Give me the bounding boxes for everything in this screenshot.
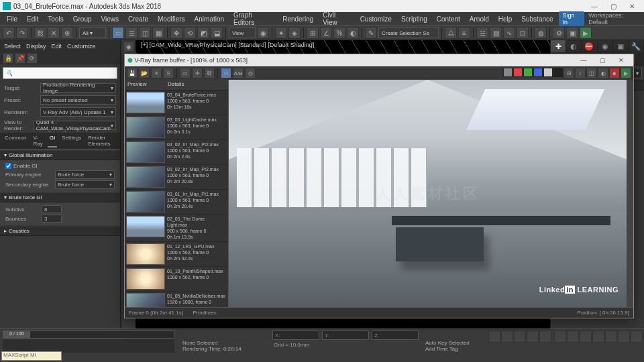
vfb-info-icon[interactable]: i <box>575 68 586 78</box>
addtimetag-label[interactable]: Add Time Tag <box>425 346 482 352</box>
panelmenu-display[interactable]: Display <box>26 43 46 50</box>
zoom-icon[interactable] <box>554 330 566 343</box>
tab-gi[interactable]: GI <box>48 134 57 147</box>
vfb-ab-icon[interactable]: A/B <box>233 68 244 78</box>
panelmenu-edit[interactable]: Edit <box>52 43 62 50</box>
select-filter-dropdown[interactable]: All ▾ <box>79 27 106 38</box>
vfb-clear-icon[interactable]: ✕ <box>151 68 162 78</box>
display-tab-icon[interactable]: ▣ <box>613 40 629 52</box>
pin-icon[interactable]: 📌 <box>15 53 25 64</box>
menu-help[interactable]: Help <box>494 14 517 24</box>
renderer-dropdown[interactable]: V-Ray Adv (Adv) Update 1▾ <box>40 107 116 117</box>
undo-icon[interactable]: ↶ <box>3 27 15 39</box>
history-item[interactable]: 01_10_PaintNShaped.max1000 x 562, frame … <box>125 267 228 292</box>
utilities-tab-icon[interactable]: 🔧 <box>629 40 644 52</box>
maximize-button[interactable]: ▢ <box>604 1 623 11</box>
maximize-viewport-icon[interactable] <box>631 330 643 343</box>
history-item[interactable]: 01_05_NvidiaDeNoiser.max1920 x 1080, fra… <box>125 292 228 307</box>
history-item[interactable]: 03_01_Irr_Map_Pt1.max1000 x 563, frame 0… <box>125 190 228 215</box>
secondary-engine-dropdown[interactable]: Brute force▾ <box>55 180 115 189</box>
vfb-history-list[interactable]: 03_04_BruteForce.max1000 x 563, frame 00… <box>125 90 228 307</box>
history-item[interactable]: 01_12_LR3_GPU.max1000 x 562, frame 00h 2… <box>125 242 228 267</box>
caustics-section-header[interactable]: ▸ Caustics <box>0 227 120 236</box>
align-icon[interactable]: ≡ <box>458 27 470 39</box>
goto-end-icon[interactable] <box>539 330 551 343</box>
redo-icon[interactable]: ↷ <box>16 27 28 39</box>
panelmenu-select[interactable]: Select <box>4 43 21 50</box>
mirror-icon[interactable]: ⧋ <box>445 27 457 39</box>
menu-scripting[interactable]: Scripting <box>397 14 431 24</box>
tab-settings[interactable]: Settings <box>60 134 83 147</box>
menu-file[interactable]: File <box>3 14 21 24</box>
vfb-render-view[interactable]: 人人素材社区 Linkedin LEARNING <box>229 80 627 307</box>
vfb-scrollbar[interactable] <box>627 80 633 307</box>
maxscript-listener[interactable]: MAXScript Mi <box>1 351 62 361</box>
link-icon[interactable]: ⛓ <box>34 27 46 39</box>
bounces-spinner[interactable]: 3 <box>42 215 62 223</box>
menu-animation[interactable]: Animation <box>191 14 228 24</box>
tab-common[interactable]: Common <box>3 134 28 147</box>
schematic-icon[interactable]: ⊡ <box>517 27 529 39</box>
menu-customize[interactable]: Customize <box>356 14 396 24</box>
angle-snap-icon[interactable]: ∠ <box>320 27 332 39</box>
select-object-icon[interactable]: ▭ <box>112 27 124 39</box>
scale-icon[interactable]: ◩ <box>197 27 209 39</box>
percent-snap-icon[interactable]: % <box>333 27 345 39</box>
spinner-snap-icon[interactable]: ◐ <box>347 27 359 39</box>
vfb-close-button[interactable]: ✕ <box>612 55 631 66</box>
next-frame-icon[interactable] <box>527 330 539 343</box>
history-item[interactable]: 03_02_Irr_Map_Pt2.max1000 x 563, frame 0… <box>125 140 228 165</box>
tab-render-elements[interactable]: Render Elements <box>86 134 117 147</box>
coord-z-input[interactable]: Z: <box>372 330 419 340</box>
coord-y-input[interactable]: Y: <box>322 330 369 340</box>
vfb-stop-icon[interactable]: ■ <box>609 68 620 78</box>
channel-rgb-icon[interactable] <box>503 68 513 77</box>
viewport-label[interactable]: [+] [CAM_Wide_VRayPhysicalCam] [Standard… <box>141 42 314 48</box>
history-item[interactable]: 03_04_BruteForce.max1000 x 563, frame 00… <box>125 90 228 115</box>
bf-section-header[interactable]: ▾ Brute force GI <box>0 193 120 202</box>
orbit-icon[interactable] <box>618 330 630 343</box>
select-name-icon[interactable]: ☰ <box>125 27 138 39</box>
render-frame-icon[interactable]: ▣ <box>566 27 578 39</box>
tool-icon[interactable]: ◉ <box>123 42 134 52</box>
menu-group[interactable]: Group <box>69 14 96 24</box>
vfb-lens-icon[interactable]: ◎ <box>245 68 256 78</box>
bind-icon[interactable]: ⊕ <box>61 27 73 39</box>
history-item[interactable]: 03_03_LightCache.max1000 x 563, frame 00… <box>125 115 228 140</box>
menu-tools[interactable]: Tools <box>44 14 67 24</box>
enable-gi-checkbox[interactable] <box>5 163 11 169</box>
rotate-icon[interactable]: ⟲ <box>184 27 196 39</box>
gi-section-header[interactable]: ▾ Global illumination <box>0 151 120 160</box>
render-setup-icon[interactable]: ⚙ <box>553 27 565 39</box>
vfb-maximize-button[interactable]: ▢ <box>593 55 612 66</box>
material-editor-icon[interactable]: ◍ <box>535 27 547 39</box>
channel-alpha-icon[interactable] <box>543 68 553 77</box>
unlink-icon[interactable]: ✕ <box>48 27 60 39</box>
render-icon[interactable]: ▶ <box>580 27 592 39</box>
curve-editor-icon[interactable]: ∿ <box>503 27 515 39</box>
viewto-dropdown[interactable]: Quad 4 - CAM_Wide_VRayPhysicalCam▾ <box>34 121 116 130</box>
subdivs-spinner[interactable]: 8 <box>42 205 62 213</box>
zoom-all-icon[interactable] <box>567 330 579 343</box>
vfb-trackmouse-icon[interactable]: ✛ <box>192 68 203 78</box>
vfb-copy-icon[interactable]: ⎘ <box>163 68 174 78</box>
refresh-icon[interactable]: ⟳ <box>27 53 38 64</box>
move-icon[interactable]: ✥ <box>170 27 182 39</box>
prev-frame-icon[interactable] <box>501 330 513 343</box>
time-slider-handle[interactable]: 0 / 100 <box>3 331 30 338</box>
manip-icon[interactable]: ✦ <box>275 27 287 39</box>
fov-icon[interactable] <box>592 330 604 343</box>
search-input[interactable]: 🔍 <box>3 67 117 79</box>
workspace-label[interactable]: Workspaces: Default <box>588 12 641 25</box>
create-tab-icon[interactable]: ✚ <box>551 40 566 52</box>
selection-set-dropdown[interactable]: Create Selection Se <box>378 27 439 38</box>
nselecteddit-icon[interactable]: ✎ <box>365 27 377 39</box>
menu-views[interactable]: Views <box>97 14 123 24</box>
channel-red-icon[interactable] <box>513 68 523 77</box>
play-icon[interactable] <box>514 330 526 343</box>
menu-create[interactable]: Create <box>124 14 152 24</box>
menu-substance[interactable]: Substance <box>517 14 557 24</box>
vfb-minimize-button[interactable]: — <box>574 55 593 66</box>
menu-edit[interactable]: Edit <box>23 14 42 24</box>
signin-button[interactable]: Sign In <box>559 11 585 26</box>
